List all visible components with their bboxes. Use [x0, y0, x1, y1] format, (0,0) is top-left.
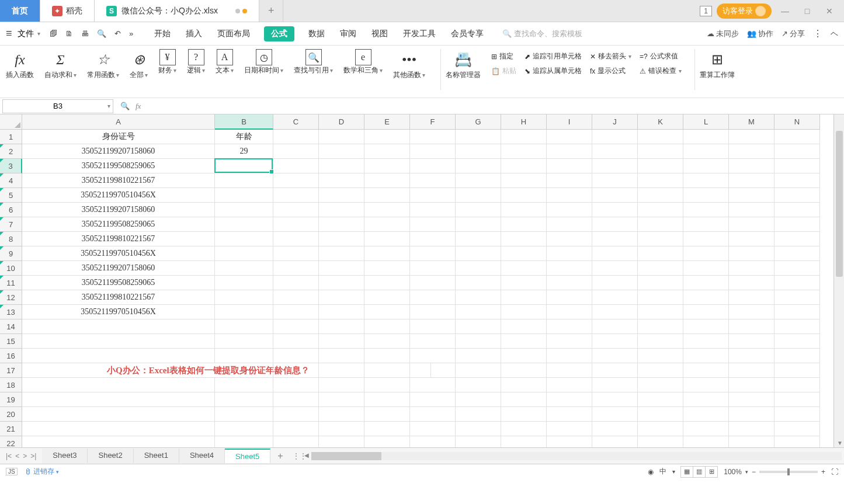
evaluate-button[interactable]: =?公式求值 [640, 51, 682, 61]
cell-A19[interactable] [22, 392, 215, 407]
cell-J17[interactable] [592, 363, 638, 378]
cell-M20[interactable] [729, 407, 774, 422]
cell-N12[interactable] [774, 290, 820, 305]
lookup-button[interactable]: 🔍查找与引用 [294, 49, 333, 75]
cell-N5[interactable] [774, 188, 820, 203]
stock-button[interactable]: 🛢进销存▾ [25, 467, 59, 477]
row-header-11[interactable]: 11 [0, 276, 22, 290]
tab-vip[interactable]: 会员专享 [450, 25, 485, 43]
cell-F21[interactable] [410, 422, 456, 436]
finance-button[interactable]: ¥财务 [158, 49, 176, 75]
cell-H6[interactable] [501, 203, 547, 217]
cell-D8[interactable] [319, 232, 364, 246]
cell-H18[interactable] [501, 378, 547, 392]
cell-C14[interactable] [273, 319, 319, 334]
column-header-J[interactable]: J [592, 114, 638, 130]
preview-icon[interactable]: 🔍 [95, 27, 109, 40]
cell-H10[interactable] [501, 261, 547, 276]
cell-B3[interactable] [215, 159, 273, 173]
cell-J20[interactable] [592, 407, 638, 422]
row-header-6[interactable]: 6 [0, 203, 22, 217]
cell-C10[interactable] [273, 261, 319, 276]
undo-icon[interactable]: ↶ [112, 27, 123, 40]
cell-B11[interactable] [215, 276, 273, 290]
column-header-C[interactable]: C [273, 114, 319, 130]
cell-M7[interactable] [729, 217, 774, 232]
cell-M21[interactable] [729, 422, 774, 436]
cell-I4[interactable] [547, 173, 592, 188]
login-button[interactable]: 访客登录 [717, 4, 772, 19]
row-header-13[interactable]: 13 [0, 305, 22, 319]
cell-C20[interactable] [273, 407, 319, 422]
cell-K1[interactable] [638, 130, 683, 144]
cell-K12[interactable] [638, 290, 683, 305]
cell-J12[interactable] [592, 290, 638, 305]
cell-G20[interactable] [456, 407, 501, 422]
cell-D2[interactable] [319, 144, 364, 159]
cell-K8[interactable] [638, 232, 683, 246]
cell-N22[interactable] [774, 436, 820, 447]
cell-H11[interactable] [501, 276, 547, 290]
error-check-button[interactable]: ⚠错误检查 [640, 66, 682, 76]
trace-dependents-button[interactable]: ⬊追踪从属单元格 [525, 66, 582, 76]
cell-E11[interactable] [364, 276, 410, 290]
tab-formula[interactable]: 公式 [264, 26, 294, 41]
trace-precedents-button[interactable]: ⬈追踪引用单元格 [525, 51, 582, 61]
zoom-slider[interactable] [759, 471, 818, 473]
sheet-tab-Sheet4[interactable]: Sheet4 [179, 449, 225, 463]
cell-M17[interactable] [729, 363, 774, 378]
cell-D22[interactable] [319, 436, 364, 447]
cell-K7[interactable] [638, 217, 683, 232]
cell-D13[interactable] [319, 305, 364, 319]
cell-L9[interactable] [683, 246, 729, 261]
cell-B15[interactable] [215, 334, 273, 349]
cell-L17[interactable] [683, 363, 729, 378]
cell-H13[interactable] [501, 305, 547, 319]
sheet-next[interactable]: > [23, 452, 27, 460]
column-header-A[interactable]: A [22, 114, 215, 130]
cell-N11[interactable] [774, 276, 820, 290]
cell-E4[interactable] [364, 173, 410, 188]
cell-E16[interactable] [364, 349, 410, 363]
cell-I15[interactable] [547, 334, 592, 349]
common-functions-button[interactable]: ☆常用函数 [87, 49, 119, 80]
cell-E7[interactable] [364, 217, 410, 232]
cell-D3[interactable] [319, 159, 364, 173]
zoom-in-button[interactable]: + [821, 468, 825, 476]
autosum-button[interactable]: Σ自动求和 [44, 49, 77, 80]
cell-G14[interactable] [456, 319, 501, 334]
cell-L4[interactable] [683, 173, 729, 188]
cell-M14[interactable] [729, 319, 774, 334]
cell-I12[interactable] [547, 290, 592, 305]
cell-J8[interactable] [592, 232, 638, 246]
cell-E6[interactable] [364, 203, 410, 217]
cell-M10[interactable] [729, 261, 774, 276]
cell-M6[interactable] [729, 203, 774, 217]
column-header-K[interactable]: K [638, 114, 683, 130]
cell-D19[interactable] [319, 392, 364, 407]
name-box[interactable]: B3▾ [2, 99, 113, 113]
cell-M9[interactable] [729, 246, 774, 261]
cell-C7[interactable] [273, 217, 319, 232]
column-header-H[interactable]: H [501, 114, 547, 130]
cell-D16[interactable] [319, 349, 364, 363]
tab-start[interactable]: 开始 [153, 25, 172, 43]
row-header-21[interactable]: 21 [0, 422, 22, 436]
cell-C1[interactable] [273, 130, 319, 144]
cell-F20[interactable] [410, 407, 456, 422]
cell-J3[interactable] [592, 159, 638, 173]
column-header-N[interactable]: N [774, 114, 820, 130]
collab-button[interactable]: 👥协作 [747, 29, 773, 39]
cell-A7[interactable]: 350521199508259065 [22, 217, 215, 232]
cell-K14[interactable] [638, 319, 683, 334]
cell-C6[interactable] [273, 203, 319, 217]
cell-M5[interactable] [729, 188, 774, 203]
cell-C13[interactable] [273, 305, 319, 319]
scroll-down-icon[interactable]: ▼ [837, 440, 843, 446]
cell-H8[interactable] [501, 232, 547, 246]
cell-L5[interactable] [683, 188, 729, 203]
cell-I21[interactable] [547, 422, 592, 436]
cell-F10[interactable] [410, 261, 456, 276]
cell-C16[interactable] [273, 349, 319, 363]
cell-H16[interactable] [501, 349, 547, 363]
